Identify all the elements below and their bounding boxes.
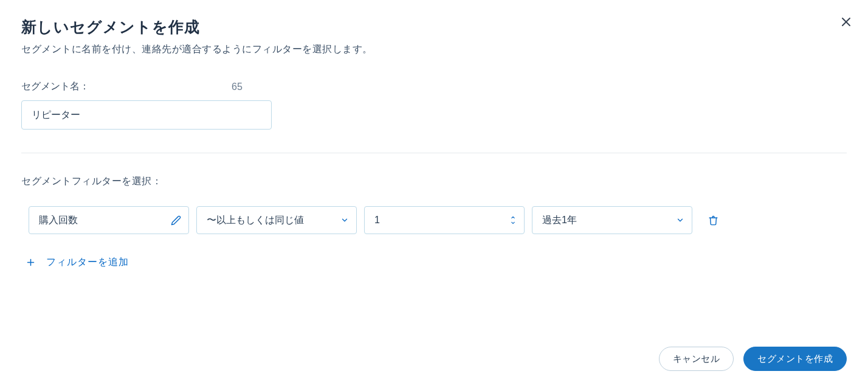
segment-name-label: セグメント名： — [21, 80, 89, 93]
footer: キャンセル セグメントを作成 — [659, 347, 847, 371]
delete-filter-button[interactable] — [708, 215, 718, 226]
chevron-down-icon — [676, 216, 684, 224]
chevron-up-icon — [509, 215, 517, 220]
filter-value-input[interactable]: 1 — [364, 206, 525, 234]
close-button[interactable] — [840, 16, 852, 28]
close-icon — [841, 17, 851, 27]
page-subtitle: セグメントに名前を付け、連絡先が適合するようにフィルターを選択します。 — [21, 43, 847, 56]
filter-period-select[interactable]: 過去1年 — [532, 206, 692, 234]
submit-button[interactable]: セグメントを作成 — [743, 347, 847, 371]
filter-attribute-select[interactable]: 購入回数 — [29, 206, 189, 234]
divider — [21, 153, 847, 153]
filter-period-value: 過去1年 — [542, 214, 577, 227]
edit-icon — [171, 215, 181, 226]
page-title: 新しいセグメントを作成 — [21, 17, 847, 37]
filter-row: 購入回数 〜以上もしくは同じ値 1 過去1年 — [29, 206, 847, 234]
cancel-button[interactable]: キャンセル — [659, 347, 734, 371]
trash-icon — [708, 215, 718, 226]
chevron-down-icon — [340, 216, 349, 224]
filter-attribute-value: 購入回数 — [39, 214, 78, 227]
filter-operator-select[interactable]: 〜以上もしくは同じ値 — [196, 206, 357, 234]
filter-operator-value: 〜以上もしくは同じ値 — [207, 214, 304, 227]
filter-section-label: セグメントフィルターを選択： — [21, 175, 847, 188]
chevron-down-icon — [509, 220, 517, 226]
number-stepper[interactable] — [509, 215, 517, 226]
add-filter-label: フィルターを追加 — [46, 256, 129, 269]
add-filter-button[interactable]: フィルターを追加 — [26, 256, 847, 269]
segment-name-input[interactable] — [21, 100, 272, 130]
filter-value: 1 — [374, 215, 380, 226]
plus-icon — [26, 258, 35, 267]
segment-name-char-count: 65 — [232, 81, 243, 92]
